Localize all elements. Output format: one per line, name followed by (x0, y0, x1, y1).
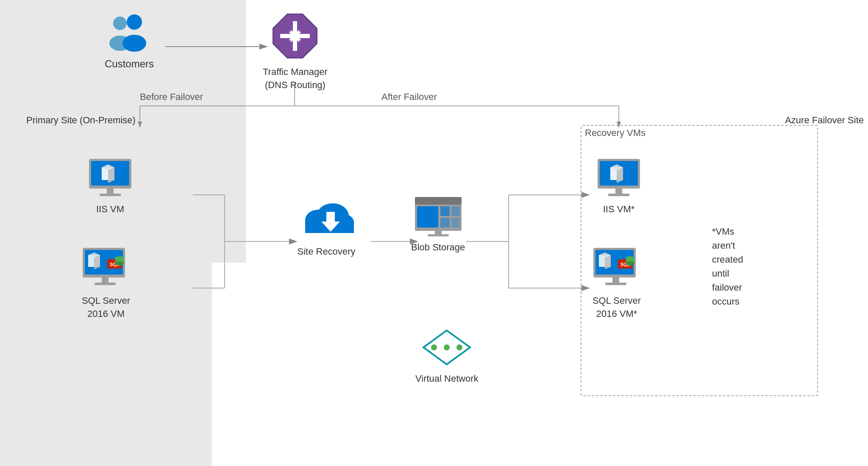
diagram-container: Customers Traffic Manager (DNS Routing) … (0, 0, 868, 466)
svg-rect-32 (107, 189, 114, 194)
iis-vm-recovery-box: IIS VM* (593, 157, 644, 216)
sql-vm-primary-label: SQL Server2016 VM (82, 294, 130, 321)
svg-point-77 (626, 261, 634, 266)
primary-site-label: Primary Site (On-Premise) (26, 114, 136, 127)
svg-point-83 (456, 344, 462, 350)
before-failover-label: Before Failover (140, 91, 203, 103)
traffic-manager-icon-box: Traffic Manager (DNS Routing) (263, 11, 328, 92)
iis-vm-primary-label: IIS VM (96, 203, 124, 216)
svg-rect-79 (605, 283, 626, 285)
svg-rect-54 (417, 206, 438, 227)
vms-note: *VMsaren'tcreateduntilfailoveroccurs (712, 225, 743, 308)
virtual-network-label: Virtual Network (415, 373, 479, 385)
svg-point-43 (115, 261, 124, 266)
site-recovery-box: Site Recovery (297, 193, 356, 258)
iis-vm-primary-icon (85, 157, 136, 199)
sql-vm-recovery-icon: SQL (589, 246, 644, 290)
svg-point-18 (113, 17, 127, 30)
svg-rect-67 (608, 194, 629, 196)
svg-rect-44 (102, 277, 108, 283)
svg-rect-33 (100, 194, 121, 196)
azure-failover-label: Azure Failover Site (785, 114, 864, 127)
svg-rect-55 (440, 206, 450, 216)
traffic-manager-icon (270, 11, 320, 61)
svg-rect-66 (615, 189, 622, 194)
svg-rect-56 (440, 218, 450, 227)
customers-label: Customers (105, 57, 154, 70)
svg-rect-45 (95, 283, 116, 285)
svg-rect-60 (428, 234, 449, 236)
sql-vm-recovery-box: SQL SQL Server2016 VM* (589, 246, 644, 321)
blob-storage-box: Blob Storage (411, 195, 465, 254)
svg-rect-53 (415, 201, 462, 205)
svg-point-20 (127, 14, 142, 30)
svg-point-82 (444, 344, 450, 350)
virtual-network-box: Virtual Network (415, 326, 479, 385)
customers-icon-box: Customers (104, 13, 155, 70)
after-failover-label: After Failover (381, 91, 437, 103)
sql-vm-primary-box: SQL SQL Server2016 VM (78, 246, 134, 321)
traffic-manager-label: Traffic Manager (DNS Routing) (263, 66, 328, 92)
iis-vm-recovery-icon (593, 157, 644, 199)
sql-vm-primary-icon: SQL (78, 246, 134, 290)
site-recovery-label: Site Recovery (298, 246, 356, 258)
recovery-vms-label: Recovery VMs (585, 127, 645, 139)
svg-rect-59 (435, 231, 442, 234)
virtual-network-icon (419, 326, 474, 369)
iis-vm-primary-box: IIS VM (85, 157, 136, 216)
svg-point-81 (431, 344, 437, 350)
blob-storage-label: Blob Storage (411, 241, 465, 254)
svg-rect-57 (451, 206, 460, 216)
svg-rect-78 (612, 277, 619, 283)
site-recovery-icon (297, 193, 356, 241)
sql-vm-recovery-label: SQL Server2016 VM* (593, 294, 641, 321)
svg-point-21 (122, 35, 146, 52)
svg-rect-58 (451, 218, 460, 227)
iis-vm-recovery-label: IIS VM* (603, 203, 635, 216)
blob-storage-icon (413, 195, 464, 237)
customers-icon (104, 13, 155, 53)
